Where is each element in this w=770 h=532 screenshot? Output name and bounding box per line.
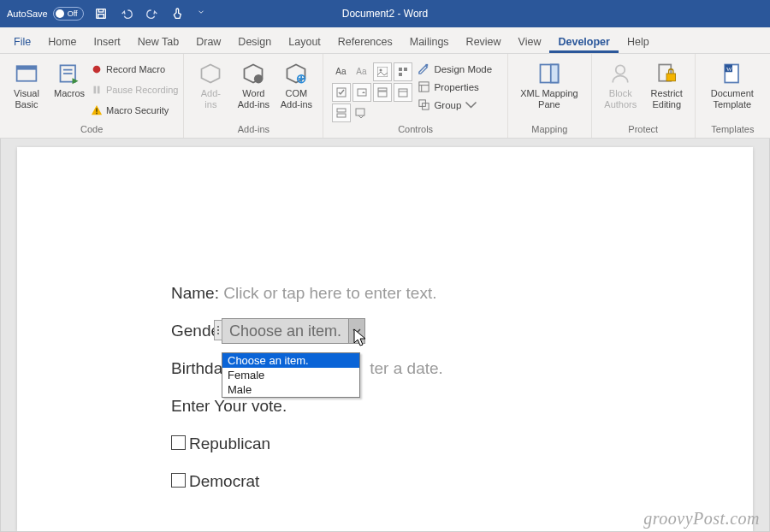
group-button[interactable]: Group (418, 98, 492, 111)
gender-dropdown-control[interactable]: Choose an item. Choose an item. Female M… (222, 318, 365, 344)
legacy-tools-icon[interactable] (352, 103, 370, 121)
chevron-down-icon[interactable] (348, 319, 364, 343)
dropdown-item-female[interactable]: Female (222, 368, 359, 382)
svg-rect-11 (98, 86, 100, 94)
macro-security-label: Macro Security (106, 105, 169, 115)
combobox-control-icon[interactable] (352, 83, 371, 102)
macros-icon (57, 59, 81, 88)
content-controls-gallery[interactable]: Aa Aa (332, 62, 411, 121)
buildingblock-control-icon[interactable] (394, 62, 412, 81)
watermark: groovyPost.com (643, 509, 760, 529)
tab-help[interactable]: Help (619, 31, 658, 53)
block-authors-button: Block Authors (597, 57, 644, 112)
macro-security-button[interactable]: Macro Security (91, 102, 178, 119)
toggle-switch[interactable]: Off (53, 7, 84, 21)
visual-basic-button[interactable]: Visual Basic (5, 57, 48, 112)
svg-rect-2 (98, 15, 104, 19)
datepicker-control-icon[interactable] (394, 83, 412, 102)
svg-point-42 (616, 65, 625, 74)
group-templates: W Document Template Templates (696, 54, 770, 138)
com-addins-button[interactable]: COM Add-ins (275, 57, 317, 112)
plaintext-control-icon[interactable]: Aa (352, 62, 370, 80)
svg-point-21 (380, 69, 382, 72)
tab-file[interactable]: File (5, 31, 39, 53)
document-template-button[interactable]: W Document Template (701, 57, 764, 112)
chevron-down-icon (465, 98, 477, 111)
tab-layout[interactable]: Layout (280, 31, 329, 53)
tab-home[interactable]: Home (39, 31, 85, 53)
document-area: Name: Click or tap here to enter text. G… (0, 139, 770, 532)
group-controls: Aa Aa Design Mode Properties (323, 54, 508, 138)
macros-label: Macros (54, 88, 85, 99)
addins-button[interactable]: Add- ins (189, 57, 232, 112)
svg-rect-20 (377, 67, 388, 77)
document-template-label: Document Template (711, 88, 754, 110)
svg-rect-4 (17, 66, 37, 69)
svg-rect-33 (356, 109, 364, 115)
tab-newtab[interactable]: New Tab (129, 31, 187, 53)
tab-insert[interactable]: Insert (86, 31, 129, 53)
checkbox-icon[interactable] (171, 473, 186, 488)
undo-icon[interactable] (120, 7, 133, 21)
design-mode-button[interactable]: Design Mode (418, 62, 492, 75)
field-option-1[interactable]: Republican (171, 434, 753, 453)
svg-rect-24 (399, 73, 402, 76)
control-handle-icon[interactable] (214, 320, 222, 340)
document-page[interactable]: Name: Click or tap here to enter text. G… (17, 147, 753, 531)
word-addins-button[interactable]: Word Add-ins (232, 57, 275, 112)
tab-view[interactable]: View (510, 31, 550, 53)
name-placeholder[interactable]: Click or tap here to enter text. (223, 284, 436, 302)
dropdown-item-placeholder[interactable]: Choose an item. (222, 353, 359, 368)
tab-references[interactable]: References (329, 31, 401, 53)
restrict-editing-button[interactable]: Restrict Editing (644, 57, 690, 112)
addins-label: Add- ins (201, 88, 221, 110)
dropdown-item-male[interactable]: Male (222, 382, 359, 397)
tab-developer[interactable]: Developer (549, 31, 618, 53)
record-macro-button[interactable]: Record Macro (91, 61, 178, 78)
group-protect: Block Authors Restrict Editing Protect (592, 54, 696, 138)
richtext-control-icon[interactable]: Aa (332, 62, 349, 80)
tab-design[interactable]: Design (229, 31, 280, 53)
tab-review[interactable]: Review (458, 31, 510, 53)
pause-recording-button: Pause Recording (91, 81, 178, 98)
toggle-knob-icon (56, 9, 64, 18)
autosave-toggle[interactable]: AutoSave Off (7, 7, 84, 21)
name-label: Name: (171, 284, 219, 302)
qat-customize-icon[interactable] (197, 7, 205, 21)
tab-draw[interactable]: Draw (187, 31, 229, 53)
save-icon[interactable] (94, 7, 108, 21)
checkbox-icon[interactable] (171, 435, 186, 450)
dropdown-list[interactable]: Choose an item. Female Male (222, 352, 360, 398)
title-bar: AutoSave Off Document2 - Word (0, 0, 770, 27)
visual-basic-label: Visual Basic (14, 88, 39, 110)
properties-label: Properties (434, 82, 478, 92)
document-template-icon: W (720, 59, 744, 88)
tab-mailings[interactable]: Mailings (401, 31, 458, 53)
svg-rect-41 (551, 65, 559, 83)
pause-recording-label: Pause Recording (106, 85, 178, 95)
svg-rect-34 (426, 64, 429, 67)
properties-button[interactable]: Properties (418, 80, 492, 93)
touch-mode-icon[interactable] (171, 7, 185, 21)
svg-rect-26 (358, 89, 366, 96)
redo-icon[interactable] (145, 7, 159, 21)
repeating-control-icon[interactable] (332, 103, 351, 122)
svg-text:W: W (726, 66, 732, 73)
autosave-state: Off (68, 9, 78, 18)
svg-rect-13 (96, 108, 98, 111)
svg-rect-32 (337, 114, 346, 117)
macros-button[interactable]: Macros (48, 57, 91, 101)
field-option-2[interactable]: Democrat (171, 472, 753, 491)
checkbox-control-icon[interactable] (332, 83, 351, 102)
xml-mapping-label: XML Mapping Pane (520, 88, 578, 110)
field-name[interactable]: Name: Click or tap here to enter text. (171, 284, 753, 303)
svg-rect-31 (337, 109, 346, 112)
svg-point-17 (254, 74, 264, 84)
dropdown-header[interactable]: Choose an item. (222, 318, 365, 344)
birthday-placeholder[interactable]: ter a date. (370, 359, 443, 377)
xml-mapping-button[interactable]: XML Mapping Pane (513, 57, 585, 112)
word-addins-label: Word Add-ins (238, 88, 270, 110)
picture-control-icon[interactable] (373, 62, 392, 81)
addins-icon (198, 59, 222, 88)
dropdown-control-icon[interactable] (373, 83, 392, 102)
